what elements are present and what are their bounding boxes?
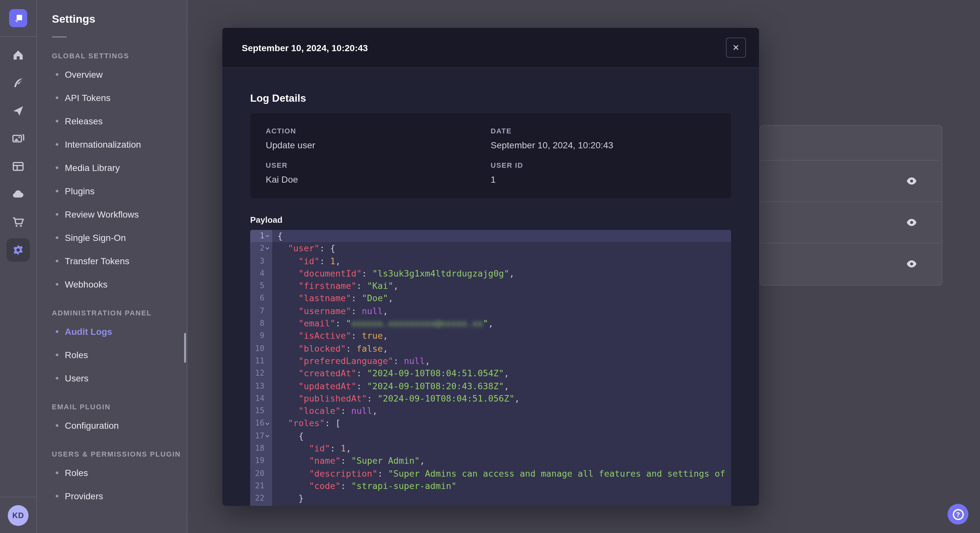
field-value: Kai Doe — [266, 174, 491, 185]
code-line: 21 "code": "strapi-super-admin" — [250, 480, 731, 493]
table-header-row — [760, 125, 942, 160]
sidebar-item-media-library[interactable]: Media Library — [37, 156, 187, 179]
code-line: 22 } — [250, 492, 731, 505]
sidebar-item-transfer-tokens[interactable]: Transfer Tokens — [37, 249, 187, 273]
sidebar-item-roles[interactable]: Roles — [37, 461, 187, 484]
sidebar-item-roles[interactable]: Roles — [37, 343, 187, 366]
code-line-content: "publishedAt": "2024-09-10T08:04:51.056Z… — [272, 392, 731, 405]
collapse-chevron-icon[interactable] — [265, 434, 270, 439]
line-number: 17 — [250, 430, 272, 443]
code-line-content: "preferedLanguage": null, — [272, 355, 731, 368]
sidebar-item-users[interactable]: Users — [37, 366, 187, 390]
sidebar-item-review-workflows[interactable]: Review Workflows — [37, 203, 187, 226]
code-line-content: "blocked": false, — [272, 342, 731, 355]
log-details-modal: September 10, 2024, 10:20:43 ✕ Log Detai… — [222, 28, 759, 506]
field-label: USER — [266, 161, 491, 169]
nav-section-header: GLOBAL SETTINGS — [37, 49, 187, 63]
nav-section-header: ADMINISTRATION PANEL — [37, 306, 187, 320]
sidebar-item-audit-logs[interactable]: Audit Logs — [37, 320, 187, 343]
code-line-content: "documentId": "ls3uk3g1xm4ltdrdugzajg0g"… — [272, 268, 731, 280]
payload-json-viewer[interactable]: 1{2 "user": {3 "id": 1,4 "documentId": "… — [250, 230, 731, 506]
line-number: 16 — [250, 417, 272, 430]
code-line-content: "id": 1, — [272, 255, 731, 268]
code-line-content: "id": 1, — [272, 443, 731, 455]
code-line: 23 ] — [250, 505, 731, 506]
code-line: 20 "description": "Super Admins can acce… — [250, 467, 731, 480]
code-line: 14 "publishedAt": "2024-09-10T08:04:51.0… — [250, 392, 731, 405]
close-icon[interactable]: ✕ — [726, 38, 746, 58]
help-button[interactable]: ? — [948, 504, 968, 525]
eye-icon[interactable] — [904, 173, 919, 189]
media-images-icon[interactable] — [0, 124, 37, 152]
log-details-box: ACTIONUpdate userDATESeptember 10, 2024,… — [250, 113, 731, 198]
code-line-content: "roles": [ — [272, 417, 731, 430]
home-icon[interactable] — [0, 41, 37, 69]
sidebar-item-plugins[interactable]: Plugins — [37, 179, 187, 203]
audit-logs-table-card — [760, 125, 942, 286]
layout-icon[interactable] — [0, 152, 37, 180]
question-mark-icon: ? — [953, 509, 964, 520]
settings-nav-panel: Settings GLOBAL SETTINGSOverviewAPI Toke… — [37, 0, 187, 533]
code-line: 17 { — [250, 430, 731, 443]
line-number: 1 — [250, 230, 272, 243]
collapse-chevron-icon[interactable] — [265, 421, 270, 426]
line-number: 8 — [250, 317, 272, 330]
detail-field: USERKai Doe — [266, 161, 491, 185]
settings-nav: GLOBAL SETTINGSOverviewAPI TokensRelease… — [37, 38, 187, 508]
line-number: 15 — [250, 405, 272, 417]
line-number: 2 — [250, 243, 272, 255]
sidebar-item-releases[interactable]: Releases — [37, 109, 187, 133]
code-line: 16 "roles": [ — [250, 417, 731, 430]
strapi-logo-icon[interactable] — [9, 9, 27, 27]
nav-section-header: USERS & PERMISSIONS PLUGIN — [37, 447, 187, 461]
line-number: 3 — [250, 255, 272, 268]
code-line-content: "locale": null, — [272, 405, 731, 417]
modal-title: September 10, 2024, 10:20:43 — [242, 43, 368, 53]
field-value: 1 — [491, 174, 716, 185]
line-number: 12 — [250, 368, 272, 380]
cloud-icon[interactable] — [0, 180, 37, 208]
sidebar-item-providers[interactable]: Providers — [37, 484, 187, 508]
nav-section-header: EMAIL PLUGIN — [37, 400, 187, 414]
sidebar-item-overview[interactable]: Overview — [37, 63, 187, 86]
payload-label: Payload — [250, 215, 731, 225]
code-line-content: "username": null, — [272, 305, 731, 318]
collapse-chevron-icon[interactable] — [265, 233, 270, 239]
sidebar-item-api-tokens[interactable]: API Tokens — [37, 86, 187, 109]
avatar[interactable]: KD — [8, 505, 29, 525]
code-line: 19 "name": "Super Admin", — [250, 455, 731, 468]
table-row — [760, 201, 942, 243]
line-number: 11 — [250, 355, 272, 368]
code-line-content: "email": "xxxxxx.xxxxxxxxx@xxxxx.xx", — [272, 317, 731, 330]
nav-scrollbar-thumb[interactable] — [184, 333, 186, 363]
modal-body: Log Details ACTIONUpdate userDATESeptemb… — [222, 68, 759, 506]
blurred-email-value: xxxxxx.xxxxxxxxx@xxxxx.xx — [351, 318, 483, 328]
line-number: 18 — [250, 443, 272, 455]
eye-icon[interactable] — [904, 215, 919, 230]
line-number: 4 — [250, 268, 272, 280]
sidebar-item-webhooks[interactable]: Webhooks — [37, 273, 187, 296]
code-line-content: "code": "strapi-super-admin" — [272, 480, 731, 493]
code-line-content: { — [272, 430, 731, 443]
line-number: 13 — [250, 380, 272, 392]
collapse-chevron-icon[interactable] — [265, 246, 270, 251]
paper-plane-icon[interactable] — [0, 97, 37, 124]
code-line: 9 "isActive": true, — [250, 330, 731, 343]
code-line: 13 "updatedAt": "2024-09-10T08:20:43.638… — [250, 380, 731, 392]
table-row — [760, 160, 942, 201]
line-number: 10 — [250, 342, 272, 355]
code-line: 4 "documentId": "ls3uk3g1xm4ltdrdugzajg0… — [250, 268, 731, 280]
settings-gear-cell — [0, 236, 37, 263]
code-line: 7 "username": null, — [250, 305, 731, 318]
sidebar-item-configuration[interactable]: Configuration — [37, 414, 187, 437]
gear-icon[interactable] — [6, 238, 30, 261]
code-line-content: { — [272, 230, 731, 243]
code-line-content: "lastname": "Doe", — [272, 292, 731, 305]
sidebar-item-internationalization[interactable]: Internationalization — [37, 133, 187, 156]
code-line-content: } — [272, 492, 731, 505]
eye-icon[interactable] — [904, 256, 919, 272]
feather-icon[interactable] — [0, 69, 37, 97]
cart-icon[interactable] — [0, 208, 37, 236]
sidebar-item-single-sign-on[interactable]: Single Sign-On — [37, 226, 187, 249]
field-value: Update user — [266, 140, 491, 150]
